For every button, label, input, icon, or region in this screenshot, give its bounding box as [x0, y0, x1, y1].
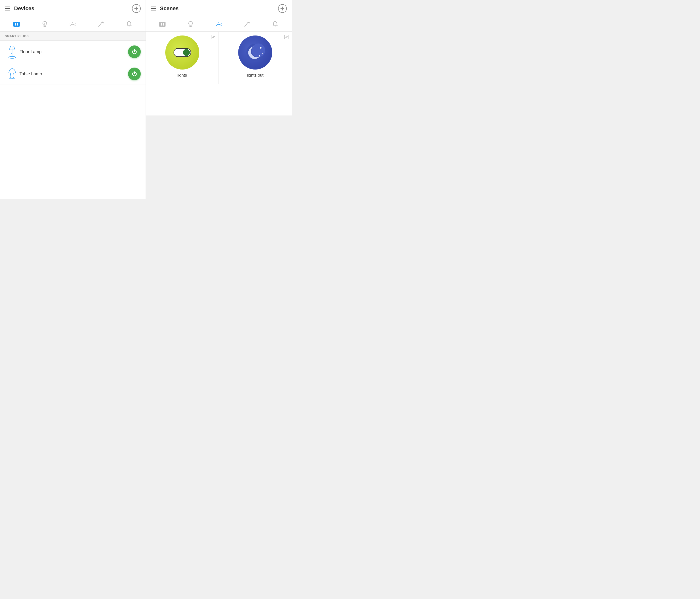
table-lamp-icon [6, 67, 18, 81]
devices-add-button[interactable] [132, 4, 141, 13]
plus-icon [134, 6, 139, 11]
devices-title: Devices [14, 5, 34, 12]
plug-icon-active [13, 21, 20, 27]
bell-icon [272, 21, 278, 28]
power-icon [131, 49, 138, 55]
svg-line-37 [221, 24, 222, 24]
lights-edit-button[interactable] [211, 34, 216, 40]
edit-icon [211, 34, 216, 40]
bell-icon [126, 21, 132, 28]
svg-rect-4 [17, 23, 18, 26]
plug-icon-inactive [159, 21, 166, 27]
lights-scene-circle [165, 35, 199, 70]
devices-tab-bar [0, 17, 146, 32]
table-row: Table Lamp [0, 63, 146, 85]
devices-tab-plugs[interactable] [2, 17, 31, 31]
table-lamp-icon-wrap [5, 67, 20, 81]
scenes-title: Scenes [160, 5, 179, 12]
table-lamp-name: Table Lamp [20, 72, 128, 77]
svg-line-11 [70, 24, 70, 24]
devices-header: Devices [0, 0, 146, 17]
svg-point-48 [252, 44, 265, 57]
toggle-knob [183, 49, 190, 56]
floor-lamp-power-button[interactable] [128, 46, 141, 58]
svg-point-51 [259, 55, 260, 56]
svg-line-14 [99, 22, 102, 26]
devices-header-left: Devices [5, 5, 34, 12]
lights-scene-name: lights [177, 73, 187, 78]
scenes-add-button[interactable] [278, 4, 287, 13]
bulb-icon [42, 21, 48, 28]
scenes-tab-magic[interactable] [233, 17, 261, 31]
floor-lamp-name: Floor Lamp [20, 49, 128, 54]
table-row: Floor Lamp [0, 41, 146, 63]
scenes-header: Scenes [146, 0, 292, 17]
svg-line-36 [216, 24, 216, 24]
scenes-empty-area [146, 116, 292, 199]
smart-plugs-section-label: SMART PLUGS [0, 32, 146, 41]
lights-toggle[interactable] [174, 48, 191, 57]
scenes-tab-alerts[interactable] [261, 17, 289, 31]
svg-point-49 [260, 47, 261, 49]
devices-tab-magic[interactable] [87, 17, 115, 31]
devices-panel: Devices [0, 0, 146, 199]
svg-rect-3 [15, 23, 16, 26]
svg-point-50 [262, 53, 263, 54]
lights-out-scene-circle [238, 35, 272, 70]
table-lamp-power-button[interactable] [128, 68, 141, 80]
floor-lamp-icon [6, 45, 18, 59]
svg-line-18 [103, 24, 103, 24]
scenes-menu-icon[interactable] [151, 6, 156, 10]
svg-line-40 [248, 22, 249, 23]
scenes-tab-plugs[interactable] [148, 17, 176, 31]
device-list: Floor Lamp Table Lamp [0, 41, 146, 199]
edit-icon [284, 34, 289, 40]
sunrise-icon-active [215, 22, 223, 27]
svg-point-31 [189, 21, 193, 25]
plus-icon [280, 6, 284, 11]
svg-rect-29 [161, 23, 162, 26]
scenes-panel: Scenes [146, 0, 292, 199]
bulb-icon [188, 21, 194, 28]
lights-out-edit-button[interactable] [284, 34, 289, 40]
scenes-tab-sunrise[interactable] [205, 17, 233, 31]
lights-out-scene-name: lights out [247, 73, 264, 78]
scenes-header-left: Scenes [151, 5, 179, 12]
svg-line-43 [249, 24, 250, 24]
svg-line-15 [102, 22, 103, 23]
magic-icon [98, 21, 104, 27]
moon-svg [244, 42, 266, 64]
magic-icon [244, 21, 250, 27]
scenes-content: lights [146, 32, 292, 116]
svg-line-12 [75, 24, 76, 24]
sunrise-icon [69, 22, 77, 27]
floor-lamp-icon-wrap [5, 45, 20, 59]
scenes-tab-bar [146, 17, 292, 32]
scene-card-lights-out[interactable]: lights out [219, 32, 292, 84]
svg-line-39 [245, 22, 248, 26]
devices-menu-icon[interactable] [5, 6, 10, 10]
devices-tab-sunrise[interactable] [59, 17, 87, 31]
power-icon [131, 71, 138, 77]
scenes-tab-bulbs[interactable] [176, 17, 205, 31]
scene-card-lights[interactable]: lights [146, 32, 219, 84]
svg-rect-30 [163, 23, 164, 26]
devices-tab-bulbs[interactable] [31, 17, 59, 31]
devices-tab-alerts[interactable] [115, 17, 143, 31]
svg-rect-2 [14, 22, 20, 27]
svg-rect-28 [159, 22, 166, 27]
